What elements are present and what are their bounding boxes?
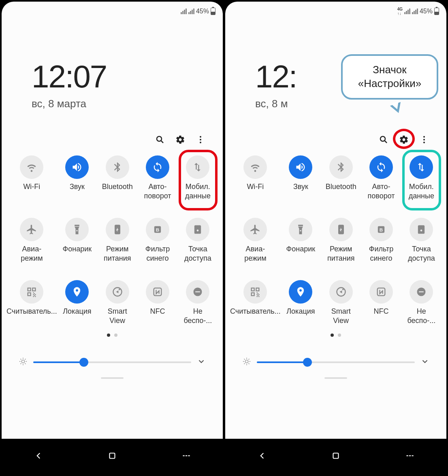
tile-label: Авиа- режим xyxy=(244,244,266,263)
home-button[interactable] xyxy=(107,450,117,463)
panel-handle[interactable] xyxy=(101,377,124,379)
qs-tile-rotate[interactable]: Авто- поворот xyxy=(361,155,401,201)
qs-tile-bluetooth[interactable]: Bluetooth xyxy=(97,155,137,201)
tile-label: Локация xyxy=(63,307,91,325)
dnd-icon xyxy=(186,280,209,304)
system-navbar xyxy=(2,439,223,474)
page-dot xyxy=(331,334,334,337)
brightness-slider[interactable] xyxy=(33,361,191,363)
back-button[interactable] xyxy=(33,450,44,463)
qs-tile-nfc[interactable]: NFC xyxy=(137,280,177,325)
qs-tile-torch[interactable]: Фонарик xyxy=(281,218,321,263)
qs-tile-power[interactable]: Режим питания xyxy=(97,218,137,263)
location-icon xyxy=(289,280,312,304)
qs-tile-hotspot[interactable]: Точка доступа xyxy=(178,218,218,263)
signal-icon xyxy=(412,8,418,14)
phone-frame: 45%12:07вс, 8 мартаWi-FiЗвукBluetoothАвт… xyxy=(2,2,223,474)
battery-icon xyxy=(211,8,215,15)
torch-icon xyxy=(289,218,312,241)
svg-point-28 xyxy=(423,139,425,140)
panel-handle[interactable] xyxy=(324,377,347,379)
qs-tile-smartview[interactable]: Smart View xyxy=(321,280,361,325)
svg-point-0 xyxy=(157,136,162,141)
qs-tile-airplane[interactable]: Авиа- режим xyxy=(230,218,281,263)
battery-percent: 45% xyxy=(196,8,209,15)
svg-text:B: B xyxy=(156,227,159,232)
battery-icon xyxy=(434,8,439,15)
qs-tile-location[interactable]: Локация xyxy=(281,280,321,325)
svg-line-43 xyxy=(249,363,250,364)
quick-settings-grid: Wi-FiЗвукBluetoothАвто- поворотМобил. да… xyxy=(225,145,446,325)
recent-button[interactable] xyxy=(404,450,415,463)
qs-tile-dnd[interactable]: Не беспо-... xyxy=(178,280,218,325)
chevron-down-icon[interactable] xyxy=(420,357,429,368)
qs-tile-wifi[interactable]: Wi-Fi xyxy=(230,155,281,201)
quick-settings-grid: Wi-FiЗвукBluetoothАвто- поворотМобил. да… xyxy=(2,145,223,325)
location-icon xyxy=(65,280,89,304)
gear-icon[interactable] xyxy=(175,134,186,145)
recent-button[interactable] xyxy=(181,450,191,463)
more-icon[interactable] xyxy=(419,134,429,145)
svg-point-27 xyxy=(423,136,425,138)
qs-tile-torch[interactable]: Фонарик xyxy=(57,218,97,263)
qs-tile-bluelight[interactable]: BФильтр синего xyxy=(361,218,401,263)
search-icon[interactable] xyxy=(378,134,389,145)
svg-point-37 xyxy=(245,360,248,363)
tile-label: Звук xyxy=(293,182,308,201)
tile-label: Bluetooth xyxy=(326,182,356,201)
tile-label: Мобил. данные xyxy=(409,182,434,201)
qs-tile-qr[interactable]: Считыватель... xyxy=(6,280,57,325)
chevron-down-icon[interactable] xyxy=(197,357,206,368)
qs-tile-wifi[interactable]: Wi-Fi xyxy=(6,155,57,201)
battery-percent: 45% xyxy=(420,8,433,15)
sound-icon xyxy=(65,155,89,179)
more-icon[interactable] xyxy=(195,134,206,145)
hotspot-icon xyxy=(186,218,209,241)
signal-icon xyxy=(188,8,194,14)
svg-point-29 xyxy=(423,142,425,143)
qs-tile-power[interactable]: Режим питания xyxy=(321,218,361,263)
svg-point-25 xyxy=(380,136,385,141)
system-navbar xyxy=(225,439,446,474)
svg-line-20 xyxy=(25,359,26,360)
back-button[interactable] xyxy=(257,450,267,463)
svg-rect-36 xyxy=(419,291,424,292)
qs-tile-data[interactable]: Мобил. данные xyxy=(178,155,218,201)
svg-line-18 xyxy=(25,363,26,364)
brightness-icon xyxy=(19,357,28,368)
brightness-row xyxy=(225,337,446,368)
svg-point-2 xyxy=(200,136,201,138)
home-button[interactable] xyxy=(331,450,341,463)
tile-label: Bluetooth xyxy=(102,182,133,201)
tile-label: Фонарик xyxy=(286,244,316,263)
qs-tile-rotate[interactable]: Авто- поворот xyxy=(137,155,177,201)
rotate-icon xyxy=(146,155,169,179)
phone-frame: 4G↑↓45%12:вс, 8 мWi-FiЗвукBluetoothАвто-… xyxy=(225,2,446,474)
qs-tile-data[interactable]: Мобил. данные xyxy=(401,155,442,201)
gear-icon[interactable] xyxy=(399,134,409,145)
quick-settings-toolbar xyxy=(225,110,446,145)
qs-tile-qr[interactable]: Считыватель... xyxy=(230,280,281,325)
qs-tile-airplane[interactable]: Авиа- режим xyxy=(6,218,57,263)
signal-icon xyxy=(404,8,410,14)
qs-tile-hotspot[interactable]: Точка доступа xyxy=(401,218,442,263)
brightness-slider[interactable] xyxy=(257,361,415,363)
svg-line-1 xyxy=(161,141,163,143)
screen: 4G↑↓45%12:вс, 8 мWi-FiЗвукBluetoothАвто-… xyxy=(225,2,446,439)
svg-point-12 xyxy=(21,360,24,363)
qs-tile-sound[interactable]: Звук xyxy=(57,155,97,201)
tile-label: Режим питания xyxy=(327,244,355,263)
svg-point-33 xyxy=(342,289,344,290)
brightness-row xyxy=(2,337,223,368)
qs-tile-smartview[interactable]: Smart View xyxy=(97,280,137,325)
qs-tile-bluetooth[interactable]: Bluetooth xyxy=(321,155,361,201)
qs-tile-bluelight[interactable]: BФильтр синего xyxy=(137,218,177,263)
search-icon[interactable] xyxy=(155,134,165,145)
qs-tile-nfc[interactable]: NFC xyxy=(361,280,401,325)
tile-label: Мобил. данные xyxy=(185,182,211,201)
tile-label: Точка доступа xyxy=(184,244,211,263)
svg-point-8 xyxy=(119,289,120,290)
qs-tile-location[interactable]: Локация xyxy=(57,280,97,325)
qs-tile-dnd[interactable]: Не беспо-... xyxy=(401,280,442,325)
qs-tile-sound[interactable]: Звук xyxy=(281,155,321,201)
